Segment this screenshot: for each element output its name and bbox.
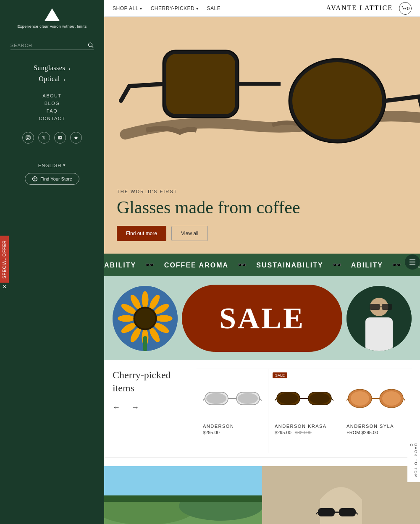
close-offer-button[interactable]: ✕ <box>3 284 7 290</box>
svg-point-22 <box>156 315 173 322</box>
svg-point-0 <box>89 43 92 47</box>
sunglasses-link[interactable]: Sunglasses › <box>0 63 104 73</box>
product-image-1 <box>203 377 262 419</box>
sale-text: SALE <box>219 301 305 336</box>
hero-buttons: Find out more View all <box>117 226 407 241</box>
svg-line-52 <box>275 398 277 401</box>
hero-subtitle: THE WORLD'S FIRST <box>117 189 407 194</box>
svg-line-60 <box>403 398 405 401</box>
logo-icon <box>45 8 60 21</box>
hamburger-icon <box>410 259 415 265</box>
product-name-1: ANDERSON <box>203 424 262 429</box>
products-grid: ANDERSON $295.00 SALE <box>197 369 412 453</box>
glasses-icon-4: 🕶️ <box>392 261 402 269</box>
product-name-2: ANDERSON KRASA <box>275 424 333 429</box>
landscape-image <box>104 466 262 524</box>
scroll-banner: ABILITY 🕶️ COFFEE AROMA 🕶️ SUSTAINABILIT… <box>104 254 420 276</box>
product-price-1: $295.00 <box>203 430 262 435</box>
youtube-icon[interactable] <box>54 132 66 144</box>
svg-point-48 <box>278 393 298 404</box>
top-nav: SHOP ALL ▾ CHERRY-PICKED ▾ SALE AVANTE L… <box>104 0 420 17</box>
svg-point-28 <box>118 315 135 322</box>
language-selector[interactable]: ENGLISH ▾ <box>38 162 66 168</box>
sub-nav: ABOUT BLOG FAQ CONTACT <box>0 92 104 122</box>
cherry-arrows: ← → <box>113 395 188 411</box>
svg-point-4 <box>29 136 30 137</box>
cherry-title: Cherry-picked items <box>113 369 188 395</box>
contact-link[interactable]: CONTACT <box>0 115 104 122</box>
sidebar: Experience clear vision without limits S… <box>0 0 104 524</box>
sale-link[interactable]: SALE <box>207 5 221 11</box>
svg-point-3 <box>27 137 29 139</box>
special-offer-label[interactable]: SPECIAL OFFER <box>0 236 9 283</box>
logo-tagline: Experience clear vision without limits <box>17 24 87 29</box>
svg-rect-15 <box>166 54 235 114</box>
svg-rect-67 <box>104 466 262 500</box>
glasses-icon-1: 🕶️ <box>145 261 155 269</box>
svg-rect-68 <box>104 495 262 502</box>
product-price-2: $295.00 $320.00 <box>275 430 333 435</box>
optical-link[interactable]: Optical › <box>0 73 104 84</box>
svg-point-50 <box>310 393 330 404</box>
blog-link[interactable]: BLOG <box>0 100 104 107</box>
svg-line-46 <box>260 398 262 401</box>
svg-text:𝕏: 𝕏 <box>42 135 46 140</box>
search-container <box>10 41 94 50</box>
bottom-images <box>104 466 420 524</box>
cherry-header: Cherry-picked items ← → <box>104 369 420 458</box>
svg-point-43 <box>238 393 258 404</box>
twitter-icon[interactable]: 𝕏 <box>38 132 50 144</box>
special-offer-tab[interactable]: SPECIAL OFFER ✕ <box>0 236 9 283</box>
product-name-3: ANDERSON SYLA <box>346 424 405 429</box>
svg-point-11 <box>403 9 404 10</box>
back-to-top[interactable]: BACK TO TOP ⊙ <box>407 439 420 482</box>
main-content: SHOP ALL ▾ CHERRY-PICKED ▾ SALE AVANTE L… <box>104 0 420 524</box>
about-link[interactable]: ABOUT <box>0 92 104 100</box>
find-store-label: Find Your Store <box>40 176 72 181</box>
cherry-picked-link[interactable]: CHERRY-PICKED ▾ <box>151 5 199 11</box>
language-label: ENGLISH <box>38 163 61 168</box>
svg-line-45 <box>203 398 205 401</box>
sale-section: SALE <box>104 276 420 360</box>
svg-line-59 <box>346 398 348 401</box>
next-arrow[interactable]: → <box>131 403 144 411</box>
product-item-1: ANDERSON $295.00 <box>197 369 268 453</box>
find-store-button[interactable]: Find Your Store <box>25 173 79 185</box>
shop-all-link[interactable]: SHOP ALL ▾ <box>113 5 142 11</box>
hero-title: Glasses made from coffee <box>117 197 407 217</box>
faq-link[interactable]: FAQ <box>0 107 104 115</box>
star-icon[interactable]: ★ <box>70 132 82 144</box>
person-circle <box>346 286 412 351</box>
glasses-icon-2: 🕶️ <box>237 261 247 269</box>
cart-button[interactable]: 0 <box>399 2 412 15</box>
logo[interactable]: Experience clear vision without limits <box>17 8 87 29</box>
cart-count: 0 <box>407 6 410 11</box>
prev-arrow[interactable]: ← <box>113 403 125 411</box>
top-nav-links: SHOP ALL ▾ CHERRY-PICKED ▾ SALE <box>113 5 220 11</box>
scroll-banner-inner: ABILITY 🕶️ COFFEE AROMA 🕶️ SUSTAINABILIT… <box>104 260 420 270</box>
svg-point-17 <box>292 62 382 139</box>
svg-line-1 <box>92 46 94 48</box>
svg-rect-71 <box>339 508 356 516</box>
find-out-button[interactable]: Find out more <box>117 226 166 241</box>
model-photo <box>346 286 412 351</box>
product-image-2 <box>275 377 333 419</box>
glasses-icon-3: 🕶️ <box>332 261 342 269</box>
product-image-3 <box>346 377 405 419</box>
product-item-2: SALE ANDERSON KRASA $295.00 <box>268 369 340 453</box>
product-detail-image <box>262 466 420 524</box>
svg-rect-38 <box>382 304 392 310</box>
chevron-down-icon: ▾ <box>63 162 66 168</box>
instagram-icon[interactable] <box>22 132 34 144</box>
svg-point-41 <box>206 393 226 404</box>
search-input[interactable] <box>10 41 94 50</box>
product-price-3: FROM $295.00 <box>346 430 405 435</box>
svg-point-57 <box>382 391 401 406</box>
cherry-section: Cherry-picked items ← → <box>104 360 420 466</box>
svg-rect-33 <box>143 336 147 351</box>
menu-button[interactable] <box>405 254 420 270</box>
brand-name: AVANTE LATTICE <box>326 4 393 12</box>
sale-oval[interactable]: SALE <box>182 285 342 352</box>
view-all-button[interactable]: View all <box>171 226 208 241</box>
search-button[interactable] <box>88 42 94 49</box>
